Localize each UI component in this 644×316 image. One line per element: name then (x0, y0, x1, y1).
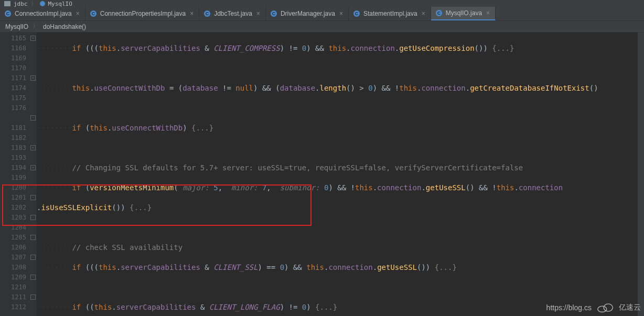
fold-toggle-icon[interactable]: + (30, 36, 36, 41)
fold-toggle-icon[interactable]: - (30, 255, 36, 260)
fold-toggle-icon[interactable]: - (30, 275, 36, 280)
line-number: 1170 (0, 63, 26, 73)
close-icon[interactable]: × (75, 10, 81, 17)
line-number: 1204 (0, 223, 26, 233)
svg-text:C: C (437, 10, 441, 16)
tab-label: MysqlIO.java (446, 9, 482, 17)
line-number-gutter: 1165116811691170117111741175117611811182… (0, 32, 29, 316)
tab-label: DriverManager.java (281, 10, 335, 17)
fold-toggle-icon[interactable]: - (30, 115, 36, 121)
fold-toggle-icon[interactable]: + (30, 75, 36, 81)
line-number: 1203 (0, 213, 26, 223)
close-icon[interactable]: × (189, 10, 195, 17)
line-number: 1201 (0, 193, 26, 203)
line-number: 1205 (0, 233, 26, 243)
close-icon[interactable]: × (485, 9, 491, 17)
code-editor[interactable]: 1165116811691170117111741175117611811182… (0, 32, 644, 316)
line-number: 1202 (0, 203, 26, 213)
tab-mysqlio[interactable]: C MysqlIO.java × (431, 7, 496, 20)
line-number: 1199 (0, 173, 26, 183)
scrollbar[interactable] (638, 32, 644, 316)
line-number: 1210 (0, 282, 26, 292)
crumb-separator: 〉 (33, 22, 39, 31)
tab-label: StatementImpl.java (363, 10, 417, 17)
fold-toggle-icon[interactable]: - (30, 195, 36, 200)
line-number: 1200 (0, 183, 26, 193)
tab-connectionpropertiesimpl[interactable]: C ConnectionPropertiesImpl.java × (85, 7, 199, 20)
crumb-method[interactable]: doHandshake() (43, 23, 86, 30)
line-number: 1209 (0, 273, 26, 282)
fold-toggle-icon[interactable]: - (30, 215, 36, 220)
svg-point-13 (604, 304, 613, 311)
java-class-icon: C (435, 9, 443, 17)
fold-toggle-icon[interactable]: + (30, 165, 36, 170)
fold-toggle-icon[interactable]: + (30, 145, 36, 150)
watermark-brand: 亿速云 (619, 303, 641, 312)
watermark: https://blog.cs 亿速云 (546, 302, 641, 313)
tab-label: ConnectionImpl.java (15, 10, 72, 17)
line-number: 1182 (0, 133, 26, 143)
code-area[interactable]: ········if (((this.serverCapabilities & … (37, 32, 644, 316)
svg-point-12 (598, 306, 607, 312)
editor-tabs: C ConnectionImpl.java × C ConnectionProp… (0, 7, 644, 21)
java-class-icon: C (270, 10, 277, 17)
svg-text:C: C (355, 11, 359, 16)
line-number: 1171 (0, 73, 26, 83)
folder-icon (4, 1, 10, 6)
cloud-icon (596, 302, 615, 313)
line-number: 1181 (0, 123, 26, 133)
line-number: 1183 (0, 143, 26, 153)
java-class-icon: C (203, 10, 211, 17)
line-number (0, 113, 26, 123)
line-number: 1176 (0, 103, 26, 113)
java-class-icon: C (4, 10, 12, 17)
line-number: 1193 (0, 153, 26, 163)
line-number: 1165 (0, 34, 26, 43)
svg-text:C: C (6, 11, 10, 16)
fold-toggle-icon[interactable]: - (30, 235, 36, 240)
tab-statementimpl[interactable]: C StatementImpl.java × (349, 7, 431, 20)
java-class-icon: C (90, 10, 97, 17)
line-number: 1206 (0, 243, 26, 253)
close-icon[interactable]: × (255, 10, 261, 17)
fold-column: ++-++------ (29, 32, 37, 316)
svg-text:C: C (272, 11, 276, 16)
line-number: 1211 (0, 292, 26, 302)
line-number: 1194 (0, 163, 26, 173)
line-number: 1174 (0, 83, 26, 93)
project-breadcrumb: jdbc 〉 MysqlIO (0, 0, 644, 7)
fold-toggle-icon[interactable]: - (30, 295, 36, 300)
line-number: 1212 (0, 302, 26, 312)
crumb-item[interactable]: jdbc (14, 1, 28, 7)
line-number: 1168 (0, 43, 26, 53)
close-icon[interactable]: × (338, 10, 344, 17)
line-number: 1175 (0, 93, 26, 103)
tab-label: JdbcTest.java (214, 10, 252, 17)
class-icon (40, 1, 45, 6)
close-icon[interactable]: × (421, 10, 426, 17)
tab-label: ConnectionPropertiesImpl.java (100, 10, 186, 17)
svg-text:C: C (206, 11, 209, 16)
watermark-url: https://blog.cs (546, 303, 592, 312)
java-class-icon: C (353, 10, 360, 17)
line-number (0, 312, 26, 316)
tab-connectionimpl[interactable]: C ConnectionImpl.java × (0, 7, 85, 20)
svg-text:C: C (92, 11, 95, 16)
tab-drivermanager[interactable]: C DriverManager.java × (266, 7, 349, 20)
tab-jdbctest[interactable]: C JdbcTest.java × (199, 7, 266, 20)
method-breadcrumb: MysqlIO 〉 doHandshake() (0, 21, 644, 32)
line-number: 1208 (0, 263, 26, 273)
line-number: 1207 (0, 253, 26, 263)
crumb-item[interactable]: MysqlIO (48, 1, 72, 7)
line-number: 1169 (0, 53, 26, 63)
crumb-class[interactable]: MysqlIO (5, 23, 28, 30)
